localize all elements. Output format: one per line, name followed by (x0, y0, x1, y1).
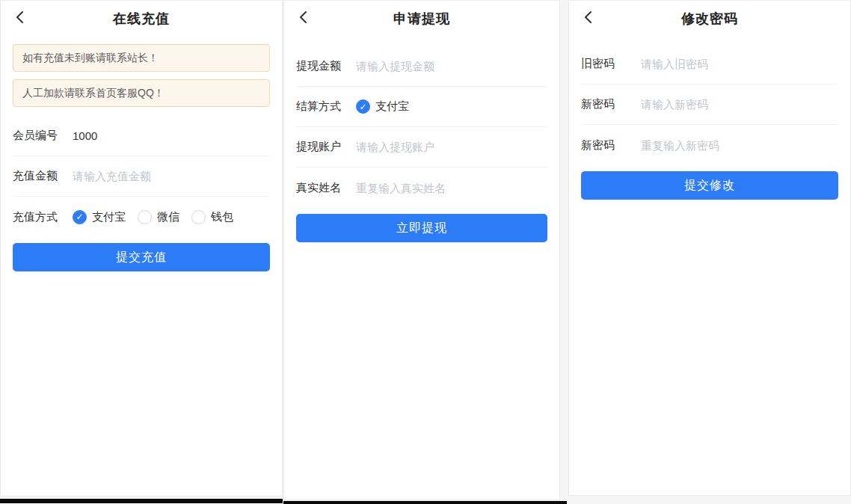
withdraw-screen: 申请提现 提现金额 结算方式 ✓ 支付宝 提现账户 (283, 0, 560, 500)
confirm-password-label: 新密码 (581, 138, 629, 153)
notice-banner: 如有充值未到账请联系站长！ (13, 44, 270, 72)
chevron-left-icon (297, 10, 310, 24)
confirm-password-row: 新密码 (581, 125, 838, 165)
settlement-method-row: 结算方式 ✓ 支付宝 (296, 87, 547, 127)
radio-circle-icon: ✓ (138, 210, 152, 224)
change-password-header: 修改密码 (569, 1, 850, 37)
recharge-amount-row: 充值金额 (13, 156, 270, 197)
withdraw-account-label: 提现账户 (296, 140, 344, 154)
withdraw-amount-input[interactable] (356, 60, 547, 73)
settlement-method-options: ✓ 支付宝 (356, 99, 409, 114)
screen-edge-bar (283, 501, 567, 504)
radio-wechat[interactable]: ✓ 微信 (138, 210, 179, 224)
old-password-input[interactable] (641, 58, 838, 70)
radio-circle-icon: ✓ (191, 210, 206, 224)
member-id-value: 1000 (73, 129, 97, 142)
screen-edge-bar (0, 499, 283, 503)
check-icon: ✓ (359, 102, 366, 111)
recharge-amount-label: 充值金额 (13, 169, 61, 183)
back-button[interactable] (578, 7, 599, 28)
radio-wallet[interactable]: ✓ 钱包 (191, 210, 233, 224)
change-password-screen: 修改密码 旧密码 新密码 新密码 提交修改 (568, 0, 851, 496)
radio-alipay[interactable]: ✓ 支付宝 (73, 210, 126, 224)
new-password-label: 新密码 (581, 97, 629, 111)
chevron-left-icon (13, 10, 27, 24)
withdraw-amount-row: 提现金额 (296, 46, 547, 87)
recharge-header: 在线充值 (1, 1, 282, 37)
back-button[interactable] (10, 7, 31, 28)
settlement-method-label: 结算方式 (296, 99, 344, 114)
confirm-password-input[interactable] (641, 139, 838, 152)
submit-change-button[interactable]: 提交修改 (581, 171, 838, 200)
new-password-input[interactable] (641, 98, 838, 111)
withdraw-account-row: 提现账户 (296, 127, 547, 168)
recharge-method-label: 充值方式 (13, 210, 61, 224)
recharge-method-options: ✓ 支付宝 ✓ 微信 ✓ 钱包 (73, 210, 233, 224)
withdraw-now-button[interactable]: 立即提现 (296, 214, 547, 242)
page-title: 在线充值 (113, 10, 170, 28)
page-title: 申请提现 (393, 10, 450, 28)
page-title: 修改密码 (681, 10, 738, 28)
recharge-method-row: 充值方式 ✓ 支付宝 ✓ 微信 ✓ 钱包 (13, 197, 270, 237)
withdraw-account-input[interactable] (356, 141, 547, 153)
radio-alipay[interactable]: ✓ 支付宝 (356, 99, 409, 114)
notice-banner: 人工加款请联系首页客服QQ！ (13, 79, 270, 107)
real-name-label: 真实姓名 (296, 181, 344, 195)
withdraw-amount-label: 提现金额 (296, 59, 344, 73)
real-name-row: 真实姓名 (296, 168, 547, 208)
check-icon: ✓ (76, 212, 83, 221)
submit-recharge-button[interactable]: 提交充值 (13, 243, 270, 271)
chevron-left-icon (582, 10, 595, 24)
old-password-label: 旧密码 (581, 57, 629, 71)
withdraw-header: 申请提现 (284, 1, 559, 37)
back-button[interactable] (293, 7, 314, 28)
new-password-row: 新密码 (581, 84, 838, 125)
member-id-row: 会员编号 1000 (13, 116, 270, 156)
recharge-amount-input[interactable] (73, 170, 270, 182)
radio-circle-icon: ✓ (73, 210, 87, 224)
member-id-label: 会员编号 (13, 129, 61, 143)
recharge-screen: 在线充值 如有充值未到账请联系站长！ 人工加款请联系首页客服QQ！ 会员编号 1… (0, 0, 283, 497)
radio-circle-icon: ✓ (356, 99, 370, 114)
old-password-row: 旧密码 (581, 44, 838, 84)
real-name-input[interactable] (356, 182, 547, 194)
